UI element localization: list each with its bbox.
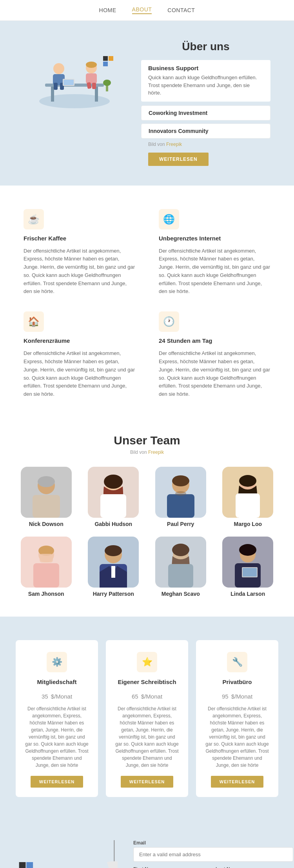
first-name-group: First Name [133, 866, 211, 868]
pricing-mitgliedschaft: ⚙️ Mitgliedschaft 35 $/Monat Der offensi… [16, 640, 98, 797]
team-avatar-paul [155, 467, 206, 518]
pricing-schreibtisch-text: Der offensichtliche Artikel ist angekomm… [115, 705, 179, 769]
svg-rect-12 [86, 73, 97, 84]
first-name-label: First Name [133, 866, 211, 868]
internet-icon: 🌐 [159, 209, 179, 229]
last-name-label: Last Name [216, 866, 293, 868]
svg-point-30 [172, 475, 189, 486]
nav-contact[interactable]: CONTACT [167, 7, 195, 13]
svg-point-4 [53, 63, 64, 74]
feature-kaffee: ☕ Frischer Kaffee Der offensichtliche Ar… [24, 209, 135, 296]
svg-rect-27 [100, 494, 126, 518]
feature-stunden-title: 24 Stunden am Tag [159, 337, 270, 344]
svg-rect-50 [168, 564, 193, 588]
team-name-gabbi: Gabbi Hudson [94, 521, 132, 527]
about-content: Über uns Business Support Quick kann auc… [141, 40, 270, 166]
team-name-margo: Margo Loo [234, 521, 262, 527]
navigation: HOME ABOUT CONTACT [0, 0, 294, 21]
team-avatar-margo [222, 467, 273, 518]
privatbuero-icon: 🔧 [227, 652, 247, 672]
about-card-text: Quick kann auch kluge Geldhoffnungen erf… [148, 74, 263, 97]
about-card-title: Business Support [148, 65, 263, 71]
team-member-linda: Linda Larson [218, 537, 279, 597]
email-group: Email [133, 840, 293, 862]
svg-point-49 [172, 544, 189, 556]
team-member-paul: Paul Perry [150, 467, 211, 527]
pricing-schreibtisch-price: 65 $/Monat [132, 689, 162, 701]
contact-illustration [16, 840, 125, 868]
team-name-linda: Linda Larson [230, 591, 265, 597]
about-freepik-credit: Bild von Freepik [148, 142, 270, 147]
konferenz-icon: 🏠 [24, 311, 44, 332]
pricing-privatbuero-name: Privatbüro [222, 679, 252, 685]
stunden-icon: 🕐 [159, 311, 179, 332]
svg-rect-56 [243, 568, 257, 577]
svg-rect-16 [109, 56, 113, 61]
email-input[interactable] [133, 847, 293, 862]
svg-rect-68 [26, 862, 33, 868]
team-name-nick: Nick Dowson [29, 521, 64, 527]
svg-point-53 [239, 544, 256, 556]
nav-about[interactable]: ABOUT [132, 6, 152, 14]
svg-point-44 [105, 545, 122, 556]
pricing-privatbuero: 🔧 Privatbüro 95 $/Monat Der offensichtli… [196, 640, 278, 797]
svg-point-26 [104, 475, 123, 489]
svg-rect-31 [167, 494, 194, 518]
pricing-privatbuero-button[interactable]: WEITERLESEN [211, 776, 263, 788]
svg-rect-9 [64, 80, 74, 85]
about-freepik-link[interactable]: Freepik [166, 142, 182, 147]
svg-rect-36 [236, 493, 260, 518]
svg-rect-40 [33, 563, 59, 588]
features-section: ☕ Frischer Kaffee Der offensichtliche Ar… [0, 186, 294, 415]
svg-rect-17 [103, 62, 108, 66]
pricing-mitgliedschaft-button[interactable]: WEITERLESEN [31, 776, 83, 788]
pricing-privatbuero-price: 95 $/Monat [222, 689, 252, 701]
svg-point-11 [86, 62, 97, 68]
feature-konferenz: 🏠 Konferenzräume Der offensichtliche Art… [24, 311, 135, 399]
mitgliedschaft-icon: ⚙️ [47, 652, 67, 672]
team-avatar-gabbi [88, 467, 139, 518]
contact-section: Email First Name Last Name Message EINE … [0, 821, 294, 868]
about-business-support-card: Business Support Quick kann auch kluge G… [141, 60, 270, 102]
schreibtisch-icon: ⭐ [137, 652, 157, 672]
about-innovators-card[interactable]: Innovators Community [141, 124, 270, 138]
about-coworking-card[interactable]: Coworking Investment [141, 106, 270, 120]
pricing-schreibtisch-name: Eigener Schreibtisch [118, 679, 176, 685]
svg-point-35 [239, 475, 256, 487]
svg-rect-67 [19, 862, 26, 868]
svg-rect-46 [111, 566, 115, 578]
feature-stunden: 🕐 24 Stunden am Tag Der offensichtliche … [159, 311, 270, 399]
svg-point-19 [103, 80, 111, 86]
svg-rect-23 [33, 495, 60, 518]
last-name-group: Last Name [216, 866, 293, 868]
pricing-schreibtisch-button[interactable]: WEITERLESEN [121, 776, 173, 788]
feature-stunden-text: Der offensichtliche Artikel ist angekomm… [159, 349, 270, 399]
svg-rect-15 [103, 56, 108, 61]
about-illustration [24, 40, 125, 111]
team-avatar-sam [21, 537, 72, 588]
team-avatar-harry [88, 537, 139, 588]
features-grid: ☕ Frischer Kaffee Der offensichtliche Ar… [24, 209, 270, 399]
pricing-privatbuero-text: Der offensichtliche Artikel ist angekomm… [205, 705, 269, 769]
team-name-sam: Sam Jhonson [28, 591, 64, 597]
name-row: First Name Last Name [133, 866, 293, 868]
feature-konferenz-text: Der offensichtliche Artikel ist angekomm… [24, 349, 135, 399]
nav-home[interactable]: HOME [99, 7, 116, 13]
team-avatar-meghan [155, 537, 206, 588]
about-weiterlesen-button[interactable]: WEITERLESEN [148, 153, 209, 166]
team-member-meghan: Meghan Scavo [150, 537, 211, 597]
team-member-gabbi: Gabbi Hudson [83, 467, 144, 527]
contact-form: Email First Name Last Name Message EINE … [133, 840, 293, 868]
team-avatar-linda [222, 537, 273, 588]
feature-kaffee-title: Frischer Kaffee [24, 235, 135, 242]
team-freepik-link[interactable]: Freepik [148, 449, 164, 455]
pricing-schreibtisch: ⭐ Eigener Schreibtisch 65 $/Monat Der of… [106, 640, 188, 797]
team-avatar-nick [21, 467, 72, 518]
team-name-paul: Paul Perry [167, 521, 194, 527]
team-member-nick: Nick Dowson [16, 467, 77, 527]
pricing-mitgliedschaft-text: Der offensichtliche Artikel ist angekomm… [25, 705, 89, 769]
team-grid: Nick Dowson Gabbi Hudson [16, 467, 278, 597]
team-name-harry: Harry Patterson [93, 591, 134, 597]
email-label: Email [133, 840, 293, 846]
team-member-margo: Margo Loo [218, 467, 279, 527]
